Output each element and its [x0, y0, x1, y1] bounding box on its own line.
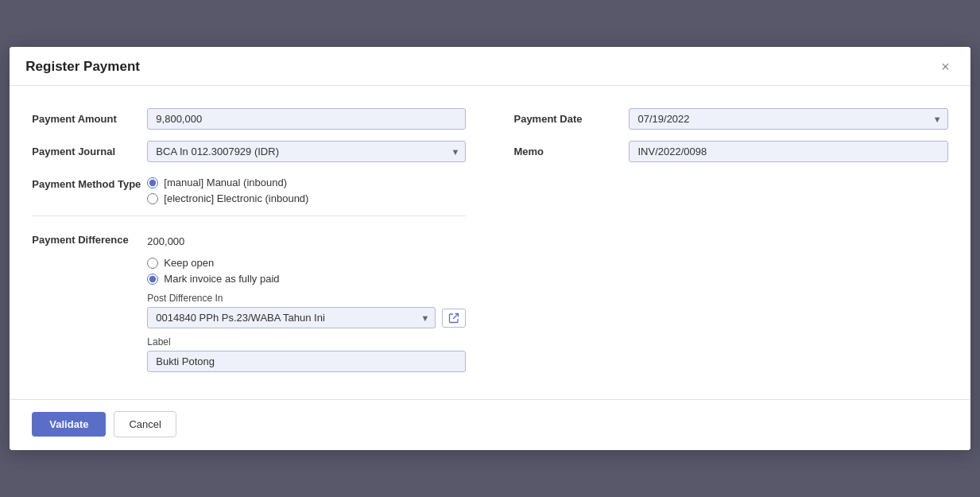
register-payment-dialog: Register Payment × Payment Amount [10, 47, 970, 450]
post-diff-select[interactable]: 0014840 PPh Ps.23/WABA Tahun Ini [147, 307, 436, 328]
difference-radio-group: Keep open Mark invoice as fully paid [147, 254, 466, 285]
mark-paid-radio[interactable] [147, 274, 158, 285]
payment-difference-control: 200,000 Keep open Mark invoice as fully … [147, 232, 466, 372]
dialog-overlay: Register Payment × Payment Amount [0, 0, 980, 497]
label-field-label: Label [147, 336, 466, 348]
payment-journal-label: Payment Journal [32, 141, 147, 157]
payment-amount-input[interactable] [147, 108, 466, 130]
payment-difference-label: Payment Difference [32, 229, 147, 246]
cancel-button[interactable]: Cancel [114, 411, 176, 437]
external-link-icon [448, 313, 459, 324]
keep-open-text: Keep open [164, 257, 214, 269]
right-section: Payment Date 07/19/2022 ▼ Memo [513, 108, 947, 383]
dialog-header: Register Payment × [10, 47, 970, 86]
payment-method-label: Payment Method Type [32, 173, 147, 190]
memo-label: Memo [513, 141, 629, 157]
validate-button[interactable]: Validate [32, 412, 106, 437]
post-diff-label: Post Difference In [147, 293, 466, 304]
svg-line-0 [453, 313, 459, 319]
payment-date-control: 07/19/2022 ▼ [629, 108, 947, 130]
manual-radio-text: [manual] Manual (inbound) [164, 177, 287, 188]
mark-paid-text: Mark invoice as fully paid [164, 273, 279, 285]
payment-date-label: Payment Date [513, 108, 629, 125]
divider [32, 215, 466, 216]
payment-amount-row: Payment Amount [32, 108, 466, 130]
payment-difference-row: Payment Difference 200,000 Keep open [32, 229, 466, 372]
manual-radio-label[interactable]: [manual] Manual (inbound) [147, 177, 466, 188]
payment-method-control: [manual] Manual (inbound) [electronic] E… [147, 173, 466, 204]
payment-date-select[interactable]: 07/19/2022 [629, 108, 947, 130]
external-link-button[interactable] [442, 309, 466, 328]
post-diff-row: 0014840 PPh Ps.23/WABA Tahun Ini ▼ [147, 307, 466, 328]
form-grid: Payment Amount Payment Journal BCA In 01… [32, 108, 947, 383]
payment-journal-control: BCA In 012.3007929 (IDR) ▼ [147, 141, 466, 162]
electronic-radio-label[interactable]: [electronic] Electronic (inbound) [147, 192, 466, 204]
payment-journal-select[interactable]: BCA In 012.3007929 (IDR) [147, 141, 466, 162]
payment-method-row: Payment Method Type [manual] Manual (inb… [32, 173, 466, 204]
dialog-footer: Validate Cancel [10, 399, 970, 450]
payment-amount-label: Payment Amount [32, 108, 147, 125]
memo-row: Memo [513, 141, 947, 162]
payment-amount-control [147, 108, 466, 130]
close-button[interactable]: × [936, 58, 955, 76]
memo-control [629, 141, 947, 162]
dialog-body: Payment Amount Payment Journal BCA In 01… [10, 86, 970, 399]
mark-paid-label[interactable]: Mark invoice as fully paid [147, 273, 466, 285]
payment-journal-row: Payment Journal BCA In 012.3007929 (IDR)… [32, 141, 466, 162]
electronic-radio-text: [electronic] Electronic (inbound) [164, 192, 308, 204]
keep-open-radio[interactable] [147, 258, 158, 269]
memo-input[interactable] [629, 141, 947, 162]
manual-radio[interactable] [147, 177, 158, 188]
post-diff-select-wrapper: 0014840 PPh Ps.23/WABA Tahun Ini ▼ [147, 307, 436, 328]
left-section: Payment Amount Payment Journal BCA In 01… [32, 108, 466, 383]
keep-open-label[interactable]: Keep open [147, 257, 466, 269]
payment-difference-value: 200,000 [147, 232, 466, 247]
dialog-title: Register Payment [25, 59, 140, 75]
payment-method-radio-group: [manual] Manual (inbound) [electronic] E… [147, 173, 466, 204]
payment-date-row: Payment Date 07/19/2022 ▼ [513, 108, 947, 130]
payment-journal-select-wrapper: BCA In 012.3007929 (IDR) ▼ [147, 141, 466, 162]
payment-date-select-wrapper: 07/19/2022 ▼ [629, 108, 947, 130]
electronic-radio[interactable] [147, 193, 158, 204]
label-input[interactable] [147, 351, 466, 372]
